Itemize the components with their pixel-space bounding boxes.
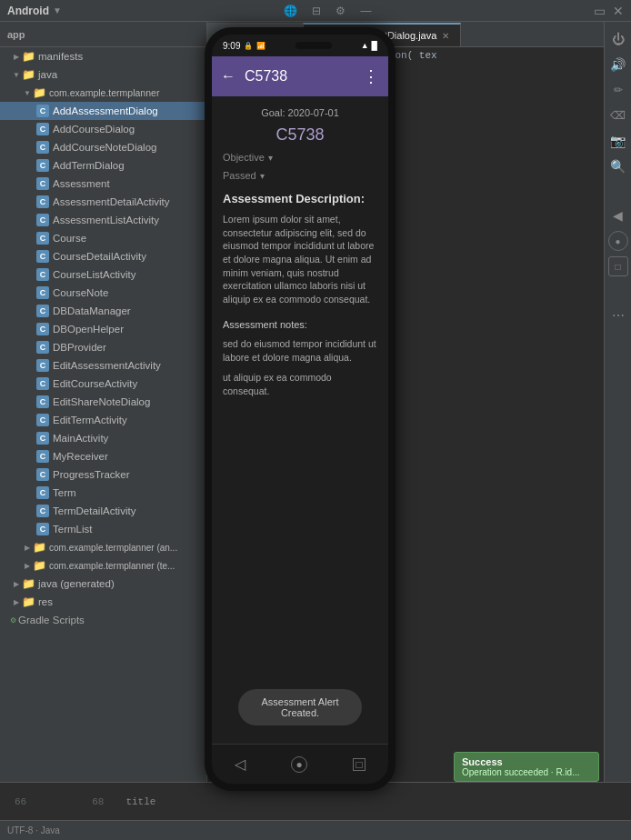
folder-icon: 📁 — [33, 559, 45, 572]
tree-item-label: Course — [53, 233, 86, 244]
tree-item-label: CourseDetailActivity — [53, 251, 146, 262]
objective-label: Objective — [223, 152, 265, 163]
tree-item-editterm[interactable]: C EditTermActivity — [0, 411, 206, 429]
tree-item-res[interactable]: ▶ 📁 res — [0, 593, 206, 611]
tree-item-package-te[interactable]: ▶ 📁 com.example.termplanner (te... — [0, 556, 206, 575]
right-camera-btn[interactable]: 📷 — [608, 131, 628, 151]
tree-item-course[interactable]: C Course — [0, 229, 206, 247]
class-icon: C — [36, 105, 49, 117]
tree-item-label: Gradle Scripts — [18, 615, 85, 625]
tree-item-dbprovider[interactable]: C DBProvider — [0, 338, 206, 356]
tree-item-java-gen[interactable]: ▶ 📁 java (generated) — [0, 575, 206, 593]
tree-item-assessment[interactable]: C Assessment — [0, 175, 206, 193]
tree-item-label: CourseNote — [53, 287, 108, 298]
class-icon: C — [36, 395, 49, 408]
tree-item-term[interactable]: C Term — [0, 484, 206, 502]
toolbar-btn-settings[interactable]: ⚙ — [336, 5, 346, 17]
phone-time: 9:09 — [223, 41, 240, 51]
tree-item-manifests[interactable]: ▶ 📁 manifests — [0, 47, 206, 65]
toolbar-btn-globe[interactable]: 🌐 — [284, 5, 297, 17]
phone-more-button[interactable]: ⋮ — [363, 66, 379, 86]
class-icon: C — [36, 505, 49, 517]
tree-item-label: Term — [53, 487, 76, 498]
right-back-btn[interactable]: ◀ — [608, 205, 628, 225]
android-dropdown-arrow[interactable]: ▼ — [53, 5, 62, 15]
phone-objective-dropdown[interactable]: Objective ▾ — [223, 152, 377, 163]
phone-nav-back[interactable]: ◁ — [235, 755, 245, 773]
right-square-btn[interactable]: □ — [608, 256, 628, 276]
tree-item-label: com.example.termplanner (an... — [49, 543, 177, 553]
folder-icon: 📁 — [22, 68, 35, 81]
tree-item-editassessment[interactable]: C EditAssessmentActivity — [0, 356, 206, 375]
tree-item-addterm[interactable]: C AddTermDialog — [0, 156, 206, 175]
toolbar-btn-minus[interactable]: — — [360, 5, 371, 17]
phone-content: Goal: 2020-07-01 C5738 Objective ▾ Passe… — [212, 96, 388, 744]
tree-item-label: ProgressTracker — [53, 469, 130, 480]
class-icon: C — [36, 214, 49, 226]
class-icon: C — [36, 195, 49, 208]
tree-item-addcoursenote[interactable]: C AddCourseNoteDialog — [0, 138, 206, 156]
right-home-btn[interactable]: ● — [608, 231, 628, 251]
tree-item-dbdatamanager[interactable]: C DBDataManager — [0, 302, 206, 320]
tree-item-termlist[interactable]: C TermList — [0, 520, 206, 538]
right-zoom-btn[interactable]: 🔍 — [608, 156, 628, 176]
tree-item-label: EditShareNoteDialog — [53, 396, 150, 407]
tree-item-java[interactable]: ▼ 📁 java — [0, 65, 206, 84]
tree-item-coursedetail[interactable]: C CourseDetailActivity — [0, 247, 206, 265]
tree-item-addcourse[interactable]: C AddCourseDialog — [0, 120, 206, 138]
right-edit-btn[interactable]: ✏ — [608, 80, 628, 100]
tree-item-addassessment[interactable]: C AddAssessmentDialog — [0, 102, 206, 120]
toolbar-btn-split[interactable]: ⊟ — [312, 5, 321, 17]
description-title: Assessment Description: — [223, 192, 377, 205]
goal-label: Goal: — [261, 107, 285, 118]
class-icon: C — [36, 250, 49, 263]
phone-frame: 9:09 🔒 📶 ▲ █ ← C5738 ⋮ Goal: 2020-07-01 … — [205, 27, 396, 791]
tree-item-label: MyReceiver — [53, 451, 108, 462]
tree-item-courselist[interactable]: C CourseListActivity — [0, 265, 206, 284]
tree-item-package[interactable]: ▼ 📁 com.example.termplanner — [0, 84, 206, 102]
class-icon: C — [36, 377, 49, 390]
window-close[interactable]: ✕ — [613, 4, 624, 18]
phone-bottom-nav: ◁ ● □ — [212, 744, 388, 784]
folder-icon: 📁 — [33, 86, 45, 99]
tree-item-label: TermList — [53, 524, 92, 535]
tree-item-label: AssessmentDetailActivity — [53, 196, 169, 207]
class-icon: C — [36, 123, 49, 135]
class-icon: C — [36, 177, 49, 190]
class-icon: C — [36, 523, 49, 535]
phone-toast-text: Assessment Alert Created. — [262, 696, 339, 718]
right-audio-btn[interactable]: 🔊 — [608, 55, 628, 75]
tree-item-assessmentlist[interactable]: C AssessmentListActivity — [0, 211, 206, 229]
phone-toast: Assessment Alert Created. — [238, 689, 362, 725]
notes-line2: ut aliquip ex ea commodo consequat. — [223, 371, 377, 397]
tree-item-label: MainActivity — [53, 433, 108, 444]
folder-icon: 📁 — [22, 50, 35, 63]
phone-status-bar: 9:09 🔒 📶 ▲ █ — [212, 35, 388, 56]
tree-item-label: com.example.termplanner — [49, 87, 159, 98]
tree-item-coursenote[interactable]: C CourseNote — [0, 284, 206, 302]
tab-addassessment-close[interactable]: ✕ — [442, 31, 449, 41]
right-more-btn[interactable]: ⋯ — [608, 305, 628, 325]
window-minimize[interactable]: ▭ — [594, 4, 606, 18]
tree-item-main[interactable]: C MainActivity — [0, 429, 206, 447]
tree-item-editsharenote[interactable]: C EditShareNoteDialog — [0, 393, 206, 411]
class-icon: C — [36, 486, 49, 499]
tree-item-myreceiver[interactable]: C MyReceiver — [0, 447, 206, 465]
folder-icon: 📁 — [33, 541, 45, 554]
tree-item-label: DBOpenHelper — [53, 324, 124, 335]
line-66: 66 — [0, 796, 41, 807]
tree-item-package-an[interactable]: ▶ 📁 com.example.termplanner (an... — [0, 538, 206, 556]
tree-item-dbopenhelper[interactable]: C DBOpenHelper — [0, 320, 206, 338]
tree-item-assessmentdetail[interactable]: C AssessmentDetailActivity — [0, 193, 206, 211]
tree-item-editcourse[interactable]: C EditCourseActivity — [0, 375, 206, 393]
tree-item-gradle[interactable]: ⚙ Gradle Scripts — [0, 611, 206, 629]
right-power-btn[interactable]: ⏻ — [608, 29, 628, 49]
tree-item-termdetail[interactable]: C TermDetailActivity — [0, 502, 206, 520]
phone-nav-home[interactable]: ● — [291, 756, 307, 773]
status-bar: UTF-8 · Java — [0, 820, 631, 840]
tree-item-progresstracker[interactable]: C ProgressTracker — [0, 465, 206, 484]
right-eraser-btn[interactable]: ⌫ — [608, 105, 628, 125]
phone-nav-recent[interactable]: □ — [353, 758, 366, 771]
phone-back-button[interactable]: ← — [221, 68, 235, 85]
phone-passed-dropdown[interactable]: Passed ▾ — [223, 170, 377, 181]
